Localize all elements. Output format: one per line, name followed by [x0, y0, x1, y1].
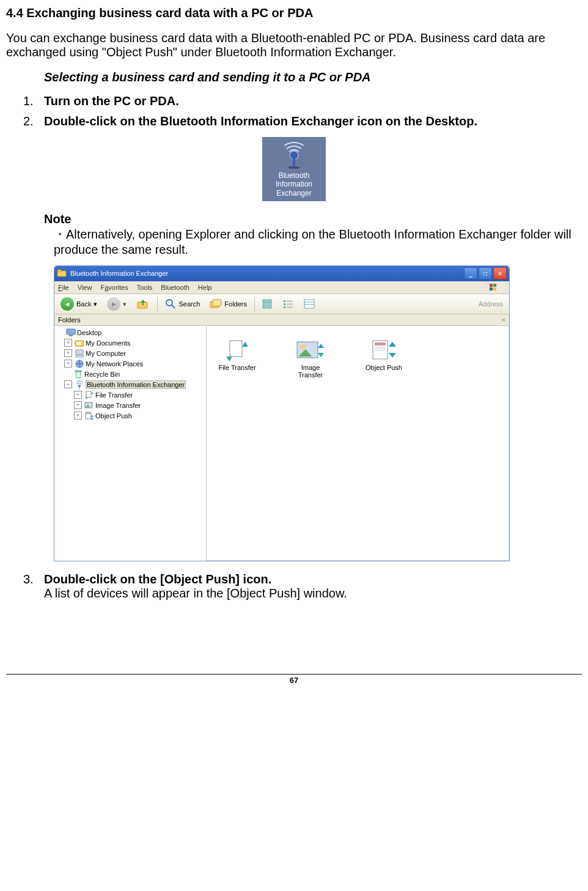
- view-details-icon: [304, 299, 315, 309]
- close-button[interactable]: ✕: [493, 267, 507, 279]
- computer-icon: [75, 349, 84, 358]
- icon-label: File Transfer: [213, 364, 262, 371]
- object-push-icon: [84, 411, 94, 421]
- folders-pane-header: Folders ×: [54, 314, 509, 326]
- menu-view[interactable]: View: [78, 284, 92, 291]
- sub-heading: Selecting a business card and sending it…: [44, 70, 582, 84]
- page-number: 67: [290, 676, 298, 685]
- tree-my-documents[interactable]: +My Documents: [54, 338, 206, 348]
- svg-rect-30: [76, 342, 81, 345]
- svg-point-39: [87, 403, 89, 405]
- step-1-text: Turn on the PC or PDA.: [44, 94, 582, 108]
- svg-point-44: [301, 344, 306, 349]
- back-button[interactable]: ◄Back ▾: [57, 296, 101, 312]
- svg-rect-18: [284, 300, 285, 302]
- tree-bie[interactable]: −Bluetooth Information Exchanger: [54, 379, 206, 390]
- svg-rect-8: [493, 287, 496, 290]
- tree-image-transfer[interactable]: +Image Transfer: [54, 400, 206, 410]
- tree-my-computer[interactable]: +My Computer: [54, 348, 206, 358]
- svg-rect-21: [287, 303, 293, 305]
- file-transfer-icon: [84, 390, 94, 400]
- svg-rect-27: [67, 329, 75, 335]
- svg-rect-20: [284, 303, 285, 305]
- svg-rect-17: [268, 305, 271, 308]
- svg-rect-32: [75, 355, 84, 357]
- menu-file[interactable]: FFileile: [58, 284, 69, 291]
- svg-rect-1: [293, 158, 295, 168]
- svg-rect-19: [287, 300, 293, 302]
- desktop-icon-figure: Bluetooth Information Exchanger: [262, 137, 326, 201]
- menu-favorites[interactable]: Favorites: [100, 284, 128, 291]
- object-push-icon: [369, 338, 399, 363]
- svg-rect-37: [86, 391, 91, 397]
- svg-rect-31: [76, 350, 83, 355]
- desktop-icon: [66, 328, 76, 338]
- desktop-icon-label: Bluetooth: [262, 171, 326, 180]
- step-2-text: Double-click on the Bluetooth Informatio…: [44, 114, 582, 128]
- bluetooth-icon: [75, 380, 84, 390]
- close-pane-button[interactable]: ×: [502, 316, 505, 323]
- content-image-transfer[interactable]: Image Transfer: [286, 337, 335, 379]
- svg-rect-4: [57, 270, 61, 272]
- folder-icon: [57, 268, 67, 278]
- step-3-bold: Double-click on the [Object Push] icon.: [44, 572, 582, 586]
- menu-bar: FFileile View Favorites Tools Bluetooth …: [54, 281, 509, 294]
- svg-rect-24: [304, 300, 314, 308]
- folder-up-icon: [136, 298, 150, 310]
- step-number: 3.: [23, 572, 44, 601]
- svg-rect-34: [75, 371, 81, 372]
- svg-rect-6: [493, 284, 496, 287]
- svg-line-11: [172, 305, 175, 308]
- step-3-plain: A list of devices will appear in the [Ob…: [44, 586, 582, 601]
- minimize-button[interactable]: ‗: [464, 267, 477, 279]
- desktop-icon-label: Information: [262, 180, 326, 188]
- tree-file-transfer[interactable]: +File Transfer: [54, 390, 206, 400]
- svg-rect-23: [287, 306, 293, 308]
- menu-bluetooth[interactable]: Bluetooth: [161, 284, 189, 291]
- svg-rect-22: [284, 306, 285, 308]
- folders-icon: [210, 298, 222, 309]
- menu-tools[interactable]: Tools: [137, 284, 153, 291]
- content-file-transfer[interactable]: File Transfer: [213, 337, 262, 379]
- section-heading: 4.4 Exchanging business card data with a…: [6, 6, 582, 20]
- view-thumbnails-button[interactable]: [259, 296, 277, 312]
- folders-button[interactable]: Folders: [206, 296, 251, 312]
- svg-rect-13: [213, 300, 221, 306]
- image-transfer-icon: [296, 338, 325, 363]
- view-details-button[interactable]: [300, 296, 318, 312]
- icon-label: Image: [286, 364, 335, 371]
- file-transfer-icon: [224, 338, 251, 363]
- tree-desktop[interactable]: Desktop: [54, 327, 206, 338]
- svg-rect-16: [263, 305, 266, 308]
- maximize-button[interactable]: □: [479, 267, 492, 279]
- bluetooth-antenna-icon: [279, 142, 309, 169]
- window-title: Bluetooth Information Exchanger: [70, 270, 168, 277]
- view-list-button[interactable]: [279, 296, 298, 312]
- view-grid-icon: [262, 299, 273, 309]
- svg-rect-41: [86, 413, 90, 414]
- menu-help[interactable]: Help: [198, 284, 212, 291]
- svg-rect-46: [375, 342, 386, 346]
- svg-rect-5: [490, 284, 493, 287]
- svg-rect-28: [69, 335, 73, 336]
- search-button[interactable]: Search: [161, 296, 204, 312]
- folder-icon: [75, 338, 84, 348]
- forward-button[interactable]: ► ▾: [103, 296, 130, 312]
- folders-label: Folders: [58, 316, 81, 323]
- page-footer: 67: [6, 674, 582, 685]
- content-pane: File Transfer Image Transfer Object Push: [207, 326, 509, 561]
- window-titlebar[interactable]: Bluetooth Information Exchanger ‗ □ ✕: [54, 266, 509, 281]
- desktop-icon-label: Exchanger: [262, 189, 326, 198]
- tree-object-push[interactable]: +Object Push: [54, 410, 206, 421]
- tree-my-network[interactable]: +My Network Places: [54, 358, 206, 369]
- svg-rect-15: [268, 300, 271, 303]
- content-object-push[interactable]: Object Push: [359, 337, 408, 379]
- folder-tree: Desktop +My Documents +My Computer +My N…: [54, 326, 207, 561]
- note-body: ・Alternatively, opening Explorer and cli…: [54, 226, 582, 257]
- view-list-icon: [283, 299, 294, 309]
- tree-recycle-bin[interactable]: Recycle Bin: [54, 369, 206, 379]
- recycle-icon: [73, 369, 83, 379]
- address-label: Address: [479, 300, 507, 308]
- up-button[interactable]: [133, 296, 153, 312]
- svg-point-10: [166, 300, 172, 306]
